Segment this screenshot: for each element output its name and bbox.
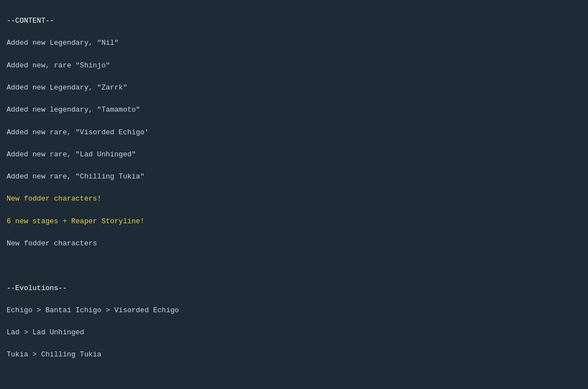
line-shinjo: Added new, rare "Shinjo" [7,61,110,70]
line-chilling-tukia: Added new rare, "Chilling Tukia" [7,172,145,181]
changelog-content: --CONTENT-- Added new Legendary, "Nil" A… [7,4,581,389]
line-stages: 6 new stages + Reaper Storyline! [7,217,145,225]
line-new-fodder: New fodder characters [7,239,97,248]
line-tukia-evo: Tukia > Chilling Tukia [7,350,102,359]
line-visorded: Added new rare, "Visorded Echigo' [7,128,149,136]
line-zarrk: Added new Legendary, "Zarrk" [7,83,127,92]
line-lad-evo: Lad > Lad Unhinged [7,328,84,337]
line-echigo-evo: Echigo > Bantai Ichigo > Visorded Echigo [7,306,179,314]
line-tamamoto: Added new legendary, "Tamamoto" [7,106,140,114]
section-content-header: --CONTENT-- [7,17,54,25]
line-nil: Added new Legendary, "Nil" [7,39,119,47]
section-evolutions-header: --Evolutions-- [7,284,67,292]
line-fodder-characters: New fodder characters! [7,195,102,203]
line-lad-unhinged: Added new rare, "Lad Unhinged" [7,150,136,159]
